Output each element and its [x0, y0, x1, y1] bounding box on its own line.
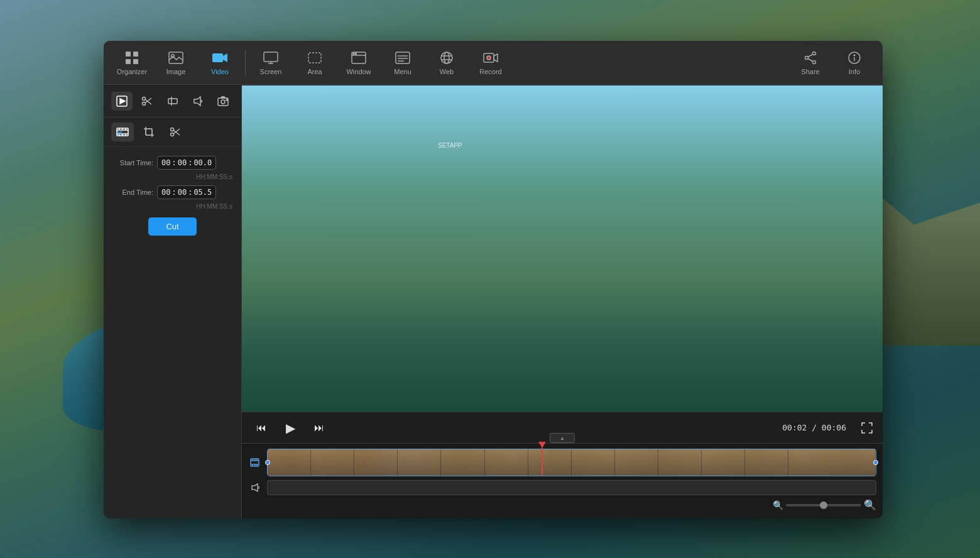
- end-time-hint: HH:MM:SS.s: [112, 203, 232, 210]
- svg-point-14: [353, 53, 354, 54]
- web-icon: [438, 50, 455, 65]
- collapse-timeline-button[interactable]: [550, 433, 575, 443]
- cut-button[interactable]: Cut: [148, 217, 196, 236]
- track-frame: [572, 449, 615, 476]
- playhead[interactable]: [542, 442, 543, 476]
- track-frame: [615, 449, 658, 476]
- track-frame: [398, 449, 441, 476]
- grid-icon: [123, 50, 141, 65]
- svg-marker-7: [223, 53, 227, 62]
- time-counter: 00:02 / 00:06: [782, 423, 846, 432]
- svg-rect-63: [146, 129, 152, 135]
- start-time-hint: HH:MM:SS.s: [112, 173, 232, 180]
- toolbar-item-share[interactable]: Share: [788, 44, 832, 82]
- trim-tool-btn[interactable]: [161, 92, 183, 111]
- filmstrip-tool-btn[interactable]: [111, 123, 134, 141]
- toolbar-label-video: Video: [211, 68, 229, 75]
- cut-tool-btn[interactable]: [136, 92, 158, 111]
- left-panel: Start Time: 00 : 00 : 00.0 HH:MM:SS.s En…: [104, 85, 242, 518]
- start-hours: 00: [161, 158, 170, 167]
- current-time: 00:02: [782, 423, 807, 432]
- svg-point-47: [226, 99, 227, 101]
- fullscreen-button[interactable]: [861, 422, 873, 434]
- svg-rect-2: [126, 59, 131, 64]
- track-frame: [788, 449, 832, 476]
- svg-rect-6: [212, 53, 223, 62]
- total-time: 00:06: [822, 423, 846, 432]
- audio-track-icon: [248, 480, 263, 495]
- toolbar-label-menu: Menu: [394, 68, 411, 75]
- toolbar-item-video[interactable]: Video: [198, 44, 242, 82]
- toolbar-item-window[interactable]: Window: [337, 44, 381, 82]
- toolbar-label-organizer: Organizer: [117, 68, 147, 75]
- track-frame: [745, 449, 788, 476]
- toolbar-item-image[interactable]: Image: [154, 44, 198, 82]
- menu-capture-icon: [394, 50, 411, 65]
- track-frame: [485, 449, 528, 476]
- audio-tool-btn[interactable]: [187, 92, 209, 111]
- toolbar: Organizer Image Video: [104, 41, 883, 85]
- scissors-tool-btn[interactable]: [164, 123, 187, 141]
- end-time-row: End Time: 00 : 00 : 05.5: [112, 185, 232, 199]
- svg-rect-3: [133, 59, 138, 64]
- preview-tool-btn[interactable]: [111, 92, 133, 111]
- svg-marker-36: [120, 99, 125, 104]
- track-frame: [702, 449, 745, 476]
- toolbar-item-record[interactable]: Record: [469, 44, 513, 82]
- video-area: setapp.com SETAPP Think tasks,not apps. …: [242, 85, 883, 412]
- start-minutes: 00: [178, 158, 187, 167]
- track-frame: [441, 449, 484, 476]
- svg-rect-0: [126, 52, 131, 57]
- toolbar-item-area[interactable]: Area: [293, 44, 337, 82]
- svg-point-29: [813, 60, 816, 63]
- timeline-area: 🔍 🔍: [242, 443, 883, 518]
- toolbar-item-menu[interactable]: Menu: [381, 44, 425, 82]
- toolbar-label-web: Web: [440, 68, 454, 75]
- camera-tool-btn[interactable]: [212, 92, 234, 111]
- toolbar-label-window: Window: [346, 68, 371, 75]
- rewind-button[interactable]: ⏮: [252, 418, 271, 437]
- svg-marker-43: [194, 97, 200, 106]
- audio-track-row: [242, 479, 883, 496]
- svg-marker-26: [494, 54, 498, 62]
- separator-1: [245, 50, 246, 75]
- video-track-strip[interactable]: [267, 449, 876, 476]
- tool-row-2: [104, 118, 241, 147]
- zoom-in-icon[interactable]: 🔍: [864, 499, 876, 511]
- time-section: Start Time: 00 : 00 : 00.0 HH:MM:SS.s En…: [104, 147, 241, 241]
- toolbar-item-organizer[interactable]: Organizer: [110, 44, 154, 82]
- svg-point-15: [356, 53, 357, 54]
- toolbar-item-web[interactable]: Web: [425, 44, 469, 82]
- fast-forward-button[interactable]: ⏭: [310, 418, 329, 437]
- svg-marker-46: [221, 97, 225, 98]
- window-icon: [350, 50, 368, 65]
- play-button[interactable]: ▶: [281, 418, 300, 437]
- image-icon: [167, 50, 185, 65]
- zoom-slider[interactable]: [786, 504, 861, 506]
- start-time-row: Start Time: 00 : 00 : 00.0: [112, 156, 232, 170]
- screen-icon: [262, 50, 280, 65]
- track-handle-right[interactable]: [873, 460, 878, 465]
- svg-point-20: [441, 52, 452, 63]
- svg-rect-16: [396, 52, 410, 63]
- video-track-icon: [248, 455, 263, 470]
- toolbar-item-screen[interactable]: Screen: [249, 44, 293, 82]
- toolbar-label-screen: Screen: [260, 68, 282, 75]
- video-icon: [211, 50, 229, 65]
- end-minutes: 00: [178, 188, 187, 197]
- svg-line-30: [808, 54, 813, 57]
- crop-tool-btn[interactable]: [138, 123, 160, 141]
- track-handle-left[interactable]: [265, 460, 270, 465]
- track-frame: [268, 449, 311, 476]
- tool-row-1: [104, 85, 241, 118]
- toolbar-item-info[interactable]: Info: [832, 44, 876, 82]
- zoom-out-icon[interactable]: 🔍: [773, 500, 783, 510]
- start-time-display[interactable]: 00 : 00 : 00.0: [157, 156, 216, 170]
- svg-point-21: [444, 52, 449, 63]
- setapp-logo: SETAPP: [438, 142, 687, 149]
- svg-rect-8: [264, 52, 278, 62]
- track-frame: [354, 449, 398, 476]
- end-time-display[interactable]: 00 : 00 : 05.5: [157, 185, 216, 199]
- end-time-label: End Time:: [112, 189, 153, 196]
- svg-point-34: [854, 55, 855, 56]
